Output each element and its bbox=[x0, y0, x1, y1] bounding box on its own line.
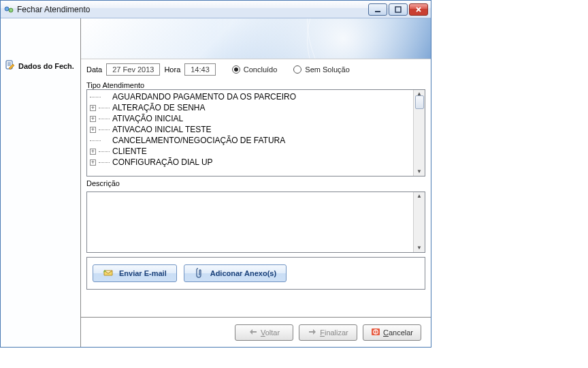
descricao-label: Descrição bbox=[86, 179, 425, 187]
sidebar-item-label: Dados do Fech. bbox=[18, 62, 74, 70]
footer-buttons: Voltar Finalizar bbox=[81, 317, 431, 347]
sidebar: Dados do Fech. bbox=[1, 18, 81, 347]
app-icon bbox=[3, 4, 14, 15]
finalizar-label: Finalizar bbox=[320, 328, 348, 337]
radio-dot-icon bbox=[293, 65, 301, 74]
status-radio-group: Concluído Sem Solução bbox=[232, 65, 350, 74]
radio-sem-solucao[interactable]: Sem Solução bbox=[293, 65, 349, 74]
scroll-thumb[interactable] bbox=[415, 95, 424, 109]
tree-expander-icon[interactable]: + bbox=[90, 105, 96, 111]
attachment-icon bbox=[194, 267, 205, 279]
tree-item[interactable]: + ATIVACAO INICIAL TESTE bbox=[90, 124, 410, 135]
action-panel: Enviar E-mail Adiconar Anexo(s) bbox=[86, 257, 425, 290]
svg-rect-3 bbox=[395, 7, 401, 12]
tree-item-label: CONFIGURAÇÃO DIAL UP bbox=[112, 157, 213, 167]
tree-item[interactable]: + CANCELAMENTO/NEGOCIAÇÃO DE FATURA bbox=[90, 135, 410, 146]
maximize-button[interactable] bbox=[389, 3, 408, 16]
cancelar-label: Cancelar bbox=[383, 328, 413, 337]
cancelar-button[interactable]: Cancelar bbox=[363, 324, 421, 341]
enviar-email-label: Enviar E-mail bbox=[119, 269, 167, 277]
tree-item-label: ALTERAÇÃO DE SENHA bbox=[112, 103, 205, 112]
enviar-email-button[interactable]: Enviar E-mail bbox=[93, 264, 177, 282]
tree-item-label: ATIVACAO INICIAL TESTE bbox=[112, 125, 212, 134]
forward-icon bbox=[308, 328, 317, 337]
scroll-down-icon[interactable]: ▼ bbox=[416, 245, 422, 251]
window-title: Fechar Atendimento bbox=[17, 5, 368, 14]
main-panel: Data 27 Fev 2013 Hora 14:43 Concluído Se… bbox=[81, 18, 431, 347]
minimize-button[interactable] bbox=[368, 3, 387, 16]
radio-sem-solucao-label: Sem Solução bbox=[305, 65, 349, 74]
tree-item-label: AGUARDANDO PAGAMENTO DA OS PARCEIRO bbox=[112, 92, 296, 102]
scroll-down-icon[interactable]: ▼ bbox=[416, 169, 422, 174]
tree-item[interactable]: + CLIENTE bbox=[90, 146, 410, 157]
date-label: Data bbox=[86, 65, 102, 74]
tree-expander-icon[interactable]: + bbox=[90, 159, 96, 166]
tree-item[interactable]: + AGUARDANDO PAGAMENTO DA OS PARCEIRO bbox=[90, 91, 410, 102]
scrollbar[interactable]: ▲ ▼ bbox=[413, 192, 425, 252]
document-edit-icon bbox=[5, 60, 16, 72]
voltar-label: Voltar bbox=[261, 328, 280, 337]
tree-item[interactable]: + ATIVAÇÃO INICIAL bbox=[90, 113, 410, 124]
svg-point-1 bbox=[9, 8, 13, 12]
tree-expander-icon[interactable]: + bbox=[90, 116, 96, 122]
client-area: Dados do Fech. Data 27 Fev 2013 Hora 14:… bbox=[1, 18, 431, 347]
svg-rect-2 bbox=[375, 11, 380, 12]
window-controls bbox=[368, 3, 428, 16]
voltar-button[interactable]: Voltar bbox=[235, 324, 293, 341]
finalizar-button[interactable]: Finalizar bbox=[299, 324, 357, 341]
date-field[interactable]: 27 Fev 2013 bbox=[106, 63, 160, 76]
scroll-up-icon[interactable]: ▲ bbox=[416, 194, 422, 199]
tree-item[interactable]: + ALTERAÇÃO DE SENHA bbox=[90, 102, 410, 113]
radio-concluido-label: Concluído bbox=[244, 65, 278, 74]
time-field[interactable]: 14:43 bbox=[184, 63, 216, 76]
form-area: Data 27 Fev 2013 Hora 14:43 Concluído Se… bbox=[81, 59, 431, 317]
radio-dot-icon bbox=[232, 65, 240, 74]
tree-expander-icon[interactable]: + bbox=[90, 149, 96, 155]
tree-expander-icon[interactable]: + bbox=[90, 127, 96, 133]
tree-item-label: ATIVAÇÃO INICIAL bbox=[112, 114, 183, 123]
close-button[interactable] bbox=[409, 3, 428, 16]
tipo-label: Tipo Atendimento bbox=[86, 81, 425, 89]
tree-item-label: CLIENTE bbox=[112, 147, 147, 156]
svg-rect-10 bbox=[375, 329, 376, 333]
scrollbar[interactable]: ▲ ▼ bbox=[413, 90, 425, 176]
tree-item-label: CANCELAMENTO/NEGOCIAÇÃO DE FATURA bbox=[112, 136, 285, 145]
header-banner bbox=[81, 18, 431, 59]
back-icon bbox=[248, 328, 258, 337]
adicionar-anexo-label: Adiconar Anexo(s) bbox=[210, 269, 276, 277]
cancel-icon bbox=[371, 328, 380, 337]
adicionar-anexo-button[interactable]: Adiconar Anexo(s) bbox=[184, 264, 287, 282]
descricao-field[interactable]: ▲ ▼ bbox=[86, 191, 425, 253]
date-time-row: Data 27 Fev 2013 Hora 14:43 Concluído Se… bbox=[86, 62, 425, 80]
window-frame: Fechar Atendimento bbox=[0, 0, 431, 348]
mail-send-icon bbox=[103, 267, 114, 279]
tree-list: + AGUARDANDO PAGAMENTO DA OS PARCEIRO + … bbox=[87, 90, 413, 176]
tipo-atendimento-tree[interactable]: + AGUARDANDO PAGAMENTO DA OS PARCEIRO + … bbox=[86, 89, 425, 177]
titlebar[interactable]: Fechar Atendimento bbox=[1, 1, 431, 18]
svg-point-0 bbox=[5, 7, 9, 11]
tree-item[interactable]: + CONFIGURAÇÃO DIAL UP bbox=[90, 157, 410, 168]
sidebar-item-dados-fech[interactable]: Dados do Fech. bbox=[2, 58, 79, 74]
radio-concluido[interactable]: Concluído bbox=[232, 65, 278, 74]
time-label: Hora bbox=[164, 65, 180, 74]
